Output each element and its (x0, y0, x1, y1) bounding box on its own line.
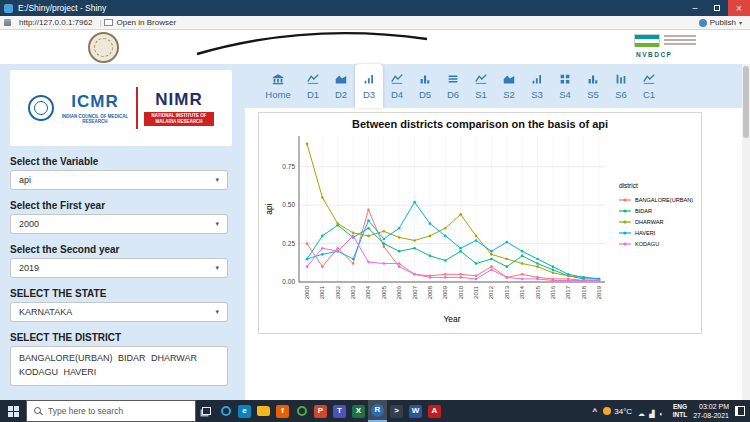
tab-home[interactable]: Home (257, 64, 299, 108)
svg-text:2012: 2012 (488, 285, 494, 299)
publish-button[interactable]: Publish ▾ (699, 18, 742, 27)
first-year-select[interactable]: 2000 ▾ (10, 214, 228, 234)
signal-chart-icon (530, 72, 544, 86)
area-chart-icon (334, 72, 348, 86)
network-icon[interactable]: ▟ (649, 410, 654, 417)
logo-divider (136, 87, 138, 129)
icmr-emblem-icon (28, 95, 54, 121)
svg-text:2018: 2018 (581, 285, 587, 299)
tab-d1[interactable]: D1 (299, 64, 327, 108)
svg-text:api: api (264, 203, 274, 214)
maximize-button[interactable] (706, 0, 728, 16)
bar-chart-icon (418, 72, 432, 86)
taskbar-app-powerpoint[interactable]: P (311, 400, 330, 422)
shiny-app-icon (4, 4, 13, 13)
taskbar-app-teams[interactable]: T (330, 400, 349, 422)
open-in-browser-icon (104, 19, 113, 26)
open-in-browser-button[interactable]: Open in Browser (116, 18, 176, 27)
tab-d6[interactable]: D6 (439, 64, 467, 108)
sidebar: ICMR INDIAN COUNCIL OF MEDICAL RESEARCH … (0, 64, 245, 400)
onedrive-icon[interactable]: ☁ (638, 410, 645, 417)
variable-select[interactable]: api ▾ (10, 170, 228, 190)
tab-s2[interactable]: S2 (495, 64, 523, 108)
app-header: NVBDCP (0, 30, 750, 64)
taskbar-app-chrome[interactable] (292, 400, 311, 422)
svg-text:2002: 2002 (335, 285, 341, 299)
line-chart-icon (474, 72, 488, 86)
svg-text:2009: 2009 (442, 285, 448, 299)
svg-text:2004: 2004 (365, 285, 371, 299)
start-button[interactable] (0, 400, 26, 422)
svg-text:2015: 2015 (535, 285, 541, 299)
taskbar-app-acrobat[interactable]: A (425, 400, 444, 422)
svg-text:2013: 2013 (504, 285, 510, 299)
svg-text:2016: 2016 (550, 285, 556, 299)
bank-chart-icon (271, 72, 285, 86)
weather-widget[interactable]: 34°C (603, 407, 632, 416)
district-select-label: SELECT THE DISTRICT (10, 332, 121, 343)
tab-d5[interactable]: D5 (411, 64, 439, 108)
word-icon: W (409, 405, 422, 418)
tray-expand-icon[interactable]: ^ (593, 407, 598, 416)
maximize-icon (714, 5, 720, 11)
sun-icon (603, 407, 611, 415)
nvbdcp-logo: NVBDCP (634, 32, 700, 63)
task-view-button[interactable] (196, 400, 216, 422)
taskbar-app-excel[interactable]: X (349, 400, 368, 422)
language-indicator[interactable]: ENG INTL (673, 403, 687, 419)
icmr-nimr-logo-card: ICMR INDIAN COUNCIL OF MEDICAL RESEARCH … (10, 70, 232, 146)
districts-line-chart: 0.000.250.500.75200020012002200320042005… (263, 130, 697, 326)
tab-d4[interactable]: D4 (383, 64, 411, 108)
taskbar-app-rstudio[interactable]: R (368, 400, 387, 422)
line-chart-icon (390, 72, 404, 86)
tab-s1[interactable]: S1 (467, 64, 495, 108)
vertical-scrollbar[interactable] (742, 64, 750, 400)
scrollbar-thumb[interactable] (743, 66, 749, 138)
taskbar: Type here to search efPTXR>WA ^ 34°C ☁▟◖… (0, 400, 750, 422)
taskbar-app-file-explorer[interactable] (254, 400, 273, 422)
taskbar-app-console[interactable]: > (387, 400, 406, 422)
svg-text:2017: 2017 (565, 285, 571, 299)
close-button[interactable]: × (728, 0, 750, 16)
tab-d3[interactable]: D3 (355, 64, 383, 108)
tab-s6[interactable]: S6 (607, 64, 635, 108)
caret-down-icon: ▾ (215, 176, 219, 184)
tab-c1[interactable]: C1 (635, 64, 663, 108)
minimize-button[interactable]: – (684, 0, 706, 16)
taskbar-search[interactable]: Type here to search (26, 400, 196, 422)
main-content: Between districts comparison on the basi… (245, 108, 742, 400)
bars-chart-icon (614, 72, 628, 86)
svg-text:2003: 2003 (350, 285, 356, 299)
tab-s3[interactable]: S3 (523, 64, 551, 108)
tab-s5[interactable]: S5 (579, 64, 607, 108)
chart-title: Between districts comparison on the basi… (259, 118, 701, 130)
teams-icon: T (333, 405, 346, 418)
svg-text:0.50: 0.50 (282, 201, 295, 208)
caret-down-icon: ▾ (739, 19, 742, 26)
svg-text:HAVERI: HAVERI (635, 230, 656, 236)
bar-chart-icon (586, 72, 600, 86)
taskbar-app-cortana[interactable] (216, 400, 235, 422)
taskbar-app-edge[interactable]: e (235, 400, 254, 422)
task-view-icon (202, 407, 211, 415)
search-placeholder: Type here to search (48, 406, 123, 416)
svg-text:2001: 2001 (319, 285, 325, 299)
volume-icon[interactable]: ◖ (659, 410, 663, 417)
nvbdcp-flag-icon (634, 34, 660, 47)
svg-text:KODAGU: KODAGU (635, 241, 659, 247)
chart-panel: Between districts comparison on the basi… (258, 112, 702, 334)
action-center-icon[interactable] (735, 406, 745, 416)
taskbar-app-word[interactable]: W (406, 400, 425, 422)
system-tray: ^ 34°C ☁▟◖ ENG INTL 03:02 PM 27-08-2021 (593, 402, 750, 420)
state-select[interactable]: KARNATAKA ▾ (10, 302, 228, 322)
taskbar-clock[interactable]: 03:02 PM 27-08-2021 (693, 402, 729, 420)
tab-s4[interactable]: S4 (551, 64, 579, 108)
signal-chart-icon (362, 72, 376, 86)
tab-d2[interactable]: D2 (327, 64, 355, 108)
edge-icon: e (238, 405, 251, 418)
district-multiselect[interactable]: BANGALORE(URBAN) BIDAR DHARWAR KODAGU HA… (10, 346, 228, 386)
second-year-select[interactable]: 2019 ▾ (10, 258, 228, 278)
emblem-seal-watermark (88, 32, 119, 63)
nvbdcp-text-lines (664, 35, 696, 47)
taskbar-app-firefox[interactable]: f (273, 400, 292, 422)
